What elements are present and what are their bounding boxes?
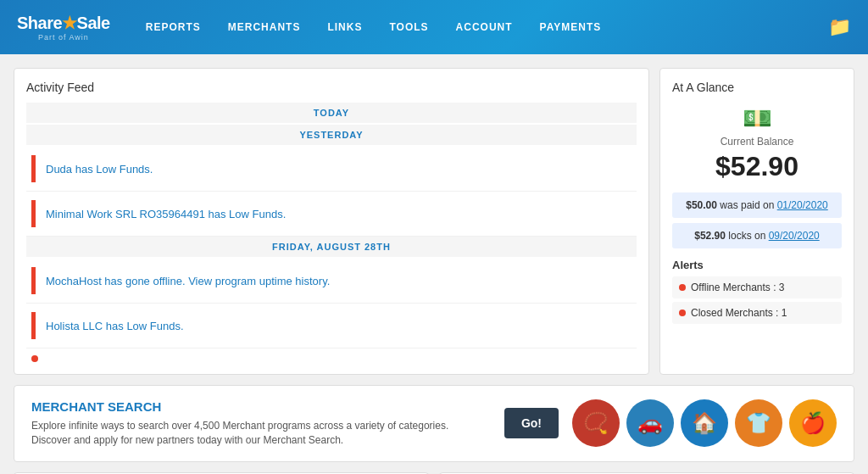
glance-balance-area: 💵 Current Balance $52.90 (672, 104, 842, 182)
auto-icon: 🚗 (637, 411, 663, 435)
merchant-icon-home[interactable]: 🏠 (681, 399, 728, 447)
logo-text: Share★Sale (17, 13, 110, 33)
feed-bar (31, 312, 36, 339)
jewelry-icon: 📿 (583, 411, 609, 435)
merchant-icons: 📿 🚗 🏠 👕 🍎 (572, 399, 837, 447)
alert-offline-text: Offline Merchants : 3 (691, 282, 785, 293)
alert-closed-text: Closed Merchants : 1 (691, 307, 787, 319)
balance-icon: 💵 (672, 104, 842, 132)
home-icon: 🏠 (692, 411, 717, 435)
nav-payments[interactable]: Payments (530, 14, 612, 40)
locks-box: $52.90 locks on 09/20/2020 (672, 223, 842, 248)
current-balance-label: Current Balance (672, 136, 842, 148)
nav-account[interactable]: Account (446, 14, 523, 40)
logo-star: ★ (62, 14, 77, 32)
nav-links[interactable]: Links (317, 14, 372, 40)
alert-closed[interactable]: Closed Merchants : 1 (672, 302, 842, 324)
merchant-search-title: MERCHANT SEARCH (31, 399, 491, 414)
paid-text-middle: was paid on (720, 199, 776, 211)
logo-sub: Part of Awin (38, 33, 89, 42)
go-button[interactable]: Go! (504, 408, 559, 438)
date-header-friday: FRIDAY, AUGUST 28TH (26, 237, 637, 257)
at-a-glance-panel: At A Glance 💵 Current Balance $52.90 $50… (659, 68, 854, 375)
nav-merchants[interactable]: Merchants (218, 14, 311, 40)
merchant-search-row: MERCHANT SEARCH Explore infinite ways to… (14, 385, 854, 462)
feed-link-mocha[interactable]: MochaHost has gone offline. View program… (46, 275, 330, 287)
food-icon: 🍎 (800, 411, 826, 435)
feed-item-holista: Holista LLC has Low Funds. (26, 304, 637, 349)
logo-area: Share★Sale Part of Awin (17, 13, 110, 42)
feed-item-mocha: MochaHost has gone offline. View program… (26, 259, 637, 304)
feed-item-duda: Duda has Low Funds. (26, 147, 637, 192)
feed-bar (31, 200, 36, 227)
feed-link-minimal[interactable]: Minimal Work SRL RO35964491 has Low Fund… (46, 208, 286, 220)
merchant-search-desc: Explore infinite ways to search over 4,5… (31, 419, 491, 448)
glance-title: At A Glance (672, 81, 842, 94)
locks-date-link[interactable]: 09/20/2020 (769, 230, 820, 242)
date-header-today: TODAY (26, 103, 637, 123)
nav-reports[interactable]: Reports (136, 14, 211, 40)
clothing-icon: 👕 (746, 411, 771, 435)
top-row: Activity Feed TODAY YESTERDAY Duda has L… (14, 68, 854, 375)
feed-bar (31, 155, 36, 182)
main-container: Activity Feed TODAY YESTERDAY Duda has L… (0, 54, 868, 474)
header-icon-right: 📁 (828, 16, 851, 38)
locks-amount: $52.90 (694, 230, 726, 242)
alerts-title: Alerts (672, 259, 842, 271)
feed-more-dot (31, 355, 38, 362)
paid-amount: $50.00 (686, 199, 717, 211)
locks-text-middle: locks on (728, 230, 768, 242)
merchant-icon-auto[interactable]: 🚗 (626, 399, 674, 447)
merchant-icon-food[interactable]: 🍎 (789, 399, 837, 447)
balance-amount: $52.90 (672, 151, 842, 182)
date-header-yesterday: YESTERDAY (26, 125, 637, 145)
alert-dot-offline (679, 284, 686, 291)
paid-date-link[interactable]: 01/20/2020 (777, 199, 828, 211)
feed-link-holista[interactable]: Holista LLC has Low Funds. (46, 320, 184, 332)
main-nav: Reports Merchants Links Tools Account Pa… (136, 14, 612, 40)
feed-bar (31, 267, 36, 294)
paid-box: $50.00 was paid on 01/20/2020 (672, 192, 842, 218)
alert-dot-closed (679, 309, 686, 316)
merchant-icon-clothing[interactable]: 👕 (735, 399, 782, 447)
activity-feed-panel: Activity Feed TODAY YESTERDAY Duda has L… (14, 68, 649, 375)
header: Share★Sale Part of Awin Reports Merchant… (0, 0, 868, 54)
merchant-icon-jewelry[interactable]: 📿 (572, 399, 620, 447)
merchant-search-text: MERCHANT SEARCH Explore infinite ways to… (31, 399, 491, 448)
feed-item-minimal: Minimal Work SRL RO35964491 has Low Fund… (26, 192, 637, 237)
alert-offline[interactable]: Offline Merchants : 3 (672, 276, 842, 298)
nav-tools[interactable]: Tools (379, 14, 438, 40)
activity-feed-title: Activity Feed (26, 81, 637, 94)
feed-link-duda[interactable]: Duda has Low Funds. (46, 163, 153, 176)
